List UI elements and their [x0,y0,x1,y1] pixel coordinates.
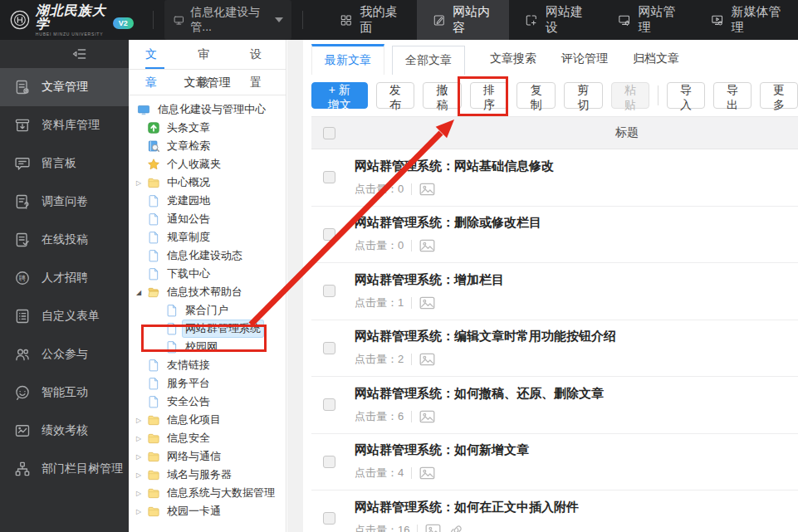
sidebar-item[interactable]: 资料库管理 [0,106,129,144]
topnav-item[interactable]: 网站建设 [509,0,602,40]
tree-expand-arrow[interactable]: ▷ [136,435,147,442]
article-tab[interactable]: 最新文章 [311,44,384,75]
tree-node[interactable]: 安全公告 [129,393,286,411]
clicks-value: 4 [398,466,404,479]
row-checkbox[interactable] [323,456,335,468]
toolbar-button[interactable]: 剪切 [564,82,603,109]
topnav-item[interactable]: 网站内容 [417,0,510,40]
tree-node[interactable]: ▷ 域名与服务器 [129,466,286,484]
toolbar-button[interactable]: 导出 [713,82,751,109]
article-title[interactable]: 网站群管理系统：增加栏目 [355,272,504,288]
row-checkbox[interactable] [323,398,335,411]
sidebar-item[interactable]: 自定义表单 [0,297,129,335]
toolbar-button[interactable]: 发布 [376,82,415,109]
tree-expand-arrow[interactable]: ◢ [136,289,147,296]
tree-node[interactable]: 信息化建设动态 [129,246,286,265]
sidebar-collapse-button[interactable] [0,40,129,68]
tree-expand-arrow[interactable]: ▷ [136,179,147,187]
tree-node-icon [136,104,151,116]
tree-node[interactable]: 校园网 [129,338,286,356]
university-name-en: HUBEI MINZU UNIVERSITY [36,32,108,37]
toolbar-button[interactable]: 排序 [470,82,509,109]
table-row[interactable]: 网站群管理系统：如何新增文章 点击量：4 [311,434,798,491]
tree-node[interactable]: 党建园地 [129,192,286,210]
row-checkbox[interactable] [323,285,335,297]
table-row[interactable]: 网站群管理系统：如何在正文中插入附件 点击量：16 [311,491,798,532]
tree-expand-arrow[interactable]: ▷ [136,490,147,497]
image-attachment-icon [419,239,435,252]
tree-node[interactable]: ▷ 网络与通信 [129,447,286,466]
tree-node[interactable]: 通知公告 [129,210,286,228]
sidebar-item[interactable]: 部门栏目树管理 [0,450,129,488]
tree-panel-tab[interactable]: 设置 [250,40,269,69]
tree-node[interactable]: 个人收藏夹 [129,155,286,173]
topnav-item[interactable]: 我的桌面 [324,0,417,40]
topnav-item[interactable]: 新媒体管理 [695,0,798,40]
tree-node[interactable]: 下载中心 [129,265,286,283]
article-title[interactable]: 网站群管理系统：如何撤稿、还原、删除文章 [355,386,604,402]
toolbar-button[interactable]: 导入 [667,82,705,109]
tree-node[interactable]: 头条文章 [129,119,286,137]
tree-node[interactable]: 文章检索 [129,137,286,155]
tree-node[interactable]: ◢ 信息技术帮助台 [129,283,286,301]
row-checkbox[interactable] [323,171,335,183]
tree-expand-arrow[interactable]: ▷ [136,453,147,461]
clicks-value: 0 [398,239,404,251]
sidebar-item[interactable]: 在线投稿 [0,221,129,259]
tree-node[interactable]: ▷ 中心概况 [129,173,286,192]
sidebar-item[interactable]: 绩效考核 [0,412,129,450]
toolbar-button[interactable]: 复制 [516,82,556,109]
article-title[interactable]: 网站群管理系统：网站基础信息修改 [355,159,554,174]
select-all-checkbox[interactable] [323,127,335,139]
sidebar-item[interactable]: 人才招聘 [0,259,129,297]
toolbar-button[interactable]: 粘贴 [611,82,650,109]
topnav-item[interactable]: 网站管理 [602,0,695,40]
tree-node[interactable]: ▷ 校园一卡通 [129,502,286,520]
table-row[interactable]: 网站群管理系统：增加栏目 点击量：1 [311,263,798,320]
site-selector-dropdown[interactable]: 信息化建设与管... [164,0,291,40]
article-tab[interactable]: 全部文章 [392,46,465,75]
tree-node[interactable]: 信息化建设与管理中心 [129,100,286,119]
sidebar-item-label: 自定义表单 [42,309,100,324]
tree-node-label: 中心概况 [164,174,213,191]
tree-node[interactable]: 友情链接 [129,356,286,374]
sidebar-item[interactable]: 智能互动 [0,373,129,412]
article-title[interactable]: 网站群管理系统：编辑文章时常用功能按钮介绍 [355,329,616,344]
table-row[interactable]: 网站群管理系统：删除或修改栏目 点击量：0 [311,207,798,264]
sidebar-item[interactable]: 调查问卷 [0,183,129,221]
tree-node[interactable]: ▷ 信息化项目 [129,411,286,429]
table-row[interactable]: 网站群管理系统：如何撤稿、还原、删除文章 点击量：6 [311,377,798,434]
table-row[interactable]: 网站群管理系统：网站基础信息修改 点击量：0 [311,149,798,207]
article-title[interactable]: 网站群管理系统：如何在正文中插入附件 [355,500,579,515]
toolbar-button-label: 撤稿 [436,83,448,111]
article-tab[interactable]: 评论管理 [561,51,608,75]
tree-expand-arrow[interactable]: ▷ [136,508,147,515]
toolbar-button[interactable]: 更多 [760,82,798,109]
university-logo: 湖北民族大学 HUBEI MINZU UNIVERSITY V2 [0,4,142,37]
tree-expand-arrow[interactable]: ▷ [136,471,147,479]
table-row[interactable]: 网站群管理系统：编辑文章时常用功能按钮介绍 点击量：2 [311,320,798,378]
sidebar-item[interactable]: 文章管理 [0,68,129,106]
toolbar-button[interactable]: 撤稿 [423,82,462,109]
tree-expand-arrow[interactable]: ▷ [136,417,147,424]
tree-panel-tab[interactable]: 文章 [145,40,164,69]
tree-node-icon [147,158,160,171]
tree-node[interactable]: 聚合门户 [129,301,286,320]
article-title[interactable]: 网站群管理系统：删除或修改栏目 [355,215,541,231]
clicks-value: 0 [398,183,404,195]
article-tab[interactable]: 文章搜索 [490,51,536,75]
tree-node[interactable]: ▷ 信息安全 [129,429,286,447]
row-checkbox[interactable] [323,512,335,525]
tree-node[interactable]: ▷ 信息系统与大数据管理 [129,484,286,502]
sidebar-item[interactable]: 留言板 [0,144,129,183]
tree-node[interactable]: 规章制度 [129,228,286,246]
sidebar-item[interactable]: 公众参与 [0,335,129,373]
article-tab[interactable]: 归档文章 [633,51,679,75]
tree-panel-tab[interactable]: 审核 [198,40,217,69]
row-checkbox[interactable] [323,342,335,354]
article-title[interactable]: 网站群管理系统：如何新增文章 [355,442,529,458]
row-checkbox[interactable] [323,228,335,241]
toolbar-button[interactable]: + 新增文章 [311,82,368,109]
tree-node[interactable]: 网站群管理系统 [129,320,286,338]
tree-node[interactable]: 服务平台 [129,374,286,393]
